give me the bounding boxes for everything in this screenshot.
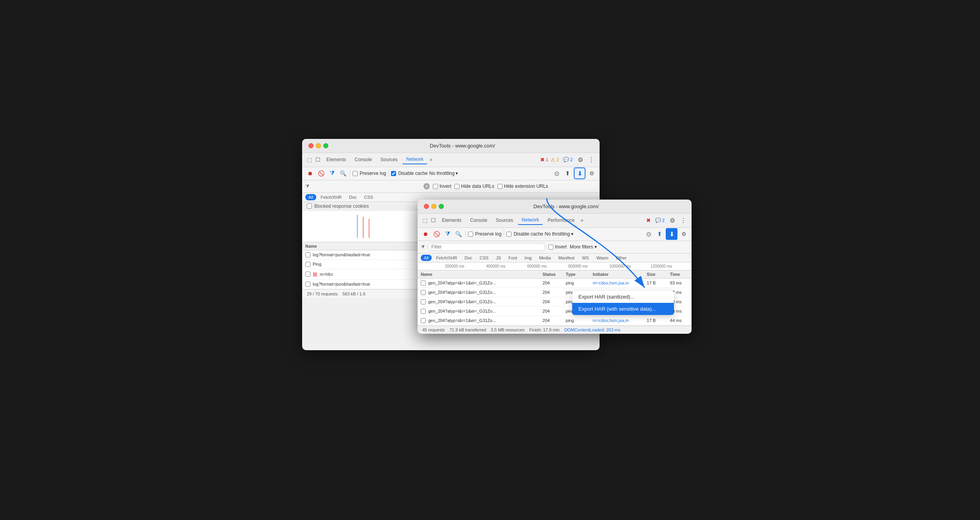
fg-clear-button[interactable]: 🚫 (432, 229, 441, 239)
bg-row-1-checkbox[interactable] (305, 262, 310, 267)
bg-tab-sources[interactable]: Sources (377, 155, 402, 164)
bg-hide-ext-label[interactable]: Hide extension URLs (497, 184, 548, 189)
fg-preserve-log-checkbox[interactable] (468, 232, 473, 237)
fg-row-3-checkbox[interactable] (421, 309, 426, 314)
bg-row-3-checkbox[interactable] (305, 282, 310, 287)
fg-upload-button[interactable]: ⬆ (655, 229, 664, 239)
bg-row-0-name: log?format=json&hasfast=true (302, 250, 427, 259)
fg-row-1-checkbox[interactable] (421, 290, 426, 295)
bg-preserve-log-checkbox[interactable] (353, 171, 358, 176)
bg-tab-elements[interactable]: Elements (322, 155, 350, 164)
bg-settings-button[interactable]: ⚙ (575, 155, 585, 165)
fg-filter-input[interactable] (431, 244, 542, 250)
fg-network-settings-button[interactable]: ⚙ (679, 229, 688, 239)
bg-blocked-checkbox[interactable] (307, 203, 312, 209)
bg-filter-button[interactable]: ⧩ (327, 169, 337, 178)
fg-tab-performance[interactable]: Performance (544, 216, 578, 225)
fg-preserve-log-label[interactable]: Preserve log (468, 231, 501, 237)
bg-disable-cache-label[interactable]: Disable cache (391, 171, 427, 176)
bg-hide-data-urls-checkbox[interactable] (454, 184, 459, 189)
fg-more-filters[interactable]: More filters ▾ (570, 244, 597, 250)
fg-type-doc[interactable]: Doc (461, 255, 476, 261)
fg-type-ws[interactable]: WS (579, 255, 592, 261)
fg-row-0-type: ping (564, 279, 591, 287)
bg-invert-checkbox[interactable] (433, 184, 438, 189)
bg-clear-button[interactable]: 🚫 (316, 169, 326, 178)
bg-device-icon[interactable]: ☐ (314, 156, 322, 164)
fg-search-button[interactable]: 🔍 (454, 229, 463, 239)
fg-tab-sources[interactable]: Sources (492, 216, 517, 225)
fg-tab-more[interactable]: » (579, 217, 585, 224)
bg-tab-network[interactable]: Network (402, 155, 427, 164)
fg-type-css[interactable]: CSS (477, 255, 492, 261)
bg-preserve-log-label[interactable]: Preserve log (353, 171, 386, 176)
fg-type-img[interactable]: Img (521, 255, 535, 261)
bg-close-button[interactable] (308, 143, 313, 148)
fg-row-4-checkbox[interactable] (421, 318, 426, 323)
bg-throttling-select[interactable]: No throttling ▾ (429, 171, 458, 176)
bg-inspect-icon[interactable]: ⬚ (305, 156, 313, 164)
fg-table-row-4[interactable]: gen_204?atyp=i&r=1&ei=_G31Zo... 204 ping… (418, 316, 692, 326)
bg-filter-clear-button[interactable]: ✕ (423, 183, 430, 189)
fg-throttling-select[interactable]: No throttling ▾ (545, 231, 574, 237)
bg-row-0-checkbox[interactable] (305, 252, 310, 257)
fg-type-js[interactable]: JS (493, 255, 504, 261)
fg-settings-button[interactable]: ⚙ (667, 215, 677, 225)
fg-row-4-initiator[interactable]: m=cdos,hsm,jsa,m (591, 316, 645, 325)
bg-type-all[interactable]: All (305, 194, 316, 200)
fg-type-other[interactable]: Other (612, 255, 630, 261)
fg-type-wasm[interactable]: Wasm (593, 255, 612, 261)
bg-disable-cache-text: Disable cache (398, 171, 427, 176)
export-har-sensitive[interactable]: Export HAR (with sensitive data)... (572, 303, 674, 315)
fg-tab-console[interactable]: Console (466, 216, 491, 225)
fg-row-2-name: gen_204?atyp=i&r=1&ei=_G31Zo... (428, 299, 496, 304)
fg-row-2-name-cell: gen_204?atyp=i&r=1&ei=_G31Zo... (418, 297, 541, 306)
fg-tab-network[interactable]: Network (518, 216, 543, 225)
bg-more-button[interactable]: ⋮ (586, 155, 596, 165)
bg-minimize-button[interactable] (316, 143, 321, 148)
bg-type-doc[interactable]: Doc (346, 194, 360, 200)
fg-filter-button[interactable]: ⧩ (443, 229, 452, 239)
fg-type-media[interactable]: Media (536, 255, 554, 261)
fg-disable-cache-checkbox[interactable] (506, 232, 512, 237)
fg-record-button[interactable]: ⏺ (421, 229, 430, 239)
bg-tab-more[interactable]: » (428, 156, 434, 163)
bg-download-button[interactable]: ⬇ (574, 167, 585, 179)
fg-row-0-initiator[interactable]: m=cdos,hsm,jsa,m (591, 279, 645, 287)
bg-record-button[interactable]: ⏺ (305, 169, 315, 178)
fg-close-button[interactable] (424, 204, 429, 209)
fg-fullscreen-button[interactable] (439, 204, 444, 209)
fg-invert-label[interactable]: Invert (548, 244, 567, 250)
fg-invert-checkbox[interactable] (548, 245, 553, 250)
bg-row-2-checkbox[interactable] (305, 272, 310, 277)
fg-tab-elements[interactable]: Elements (438, 216, 465, 225)
fg-type-font[interactable]: Font (505, 255, 520, 261)
fg-row-0-checkbox[interactable] (421, 281, 426, 286)
fg-type-fetch-xhr[interactable]: Fetch/XHR (433, 255, 460, 261)
fg-minimize-button[interactable] (431, 204, 436, 209)
fg-download-button[interactable]: ⬇ (666, 228, 677, 240)
bg-search-button[interactable]: 🔍 (338, 169, 348, 178)
bg-tab-console[interactable]: Console (351, 155, 376, 164)
export-har-sanitized[interactable]: Export HAR (sanitized)... (572, 291, 674, 303)
fg-row-2-checkbox[interactable] (421, 299, 426, 304)
bg-hide-data-urls-label[interactable]: Hide data URLs (454, 184, 494, 189)
bg-fullscreen-button[interactable] (323, 143, 328, 148)
fg-inspect-icon[interactable]: ⬚ (421, 216, 429, 224)
fg-type-manifest[interactable]: Manifest (555, 255, 578, 261)
fg-table-row-0[interactable]: gen_204?atyp=i&r=1&ei=_G31Zo... 204 ping… (418, 279, 692, 288)
fg-more-button[interactable]: ⋮ (678, 215, 688, 225)
bg-disable-cache-checkbox[interactable] (391, 171, 396, 176)
bg-type-css[interactable]: CSS (361, 194, 377, 200)
fg-type-all[interactable]: All (421, 255, 432, 261)
bg-filter-input[interactable] (312, 184, 422, 189)
bg-upload-button[interactable]: ⬆ (563, 169, 572, 178)
fg-row-4-name-cell: gen_204?atyp=i&r=1&ei=_G31Zo... (418, 316, 541, 325)
bg-type-fetch-xhr[interactable]: Fetch/XHR (317, 194, 345, 200)
bg-hide-ext-checkbox[interactable] (497, 184, 503, 189)
bg-network-settings-button[interactable]: ⚙ (587, 169, 596, 178)
fg-disable-cache-label[interactable]: Disable cache (506, 231, 543, 237)
bg-invert-label[interactable]: Invert (433, 184, 451, 189)
fg-tabs-toolbar: ⬚ ☐ Elements Console Sources Network Per… (418, 214, 692, 228)
fg-device-icon[interactable]: ☐ (429, 216, 437, 224)
